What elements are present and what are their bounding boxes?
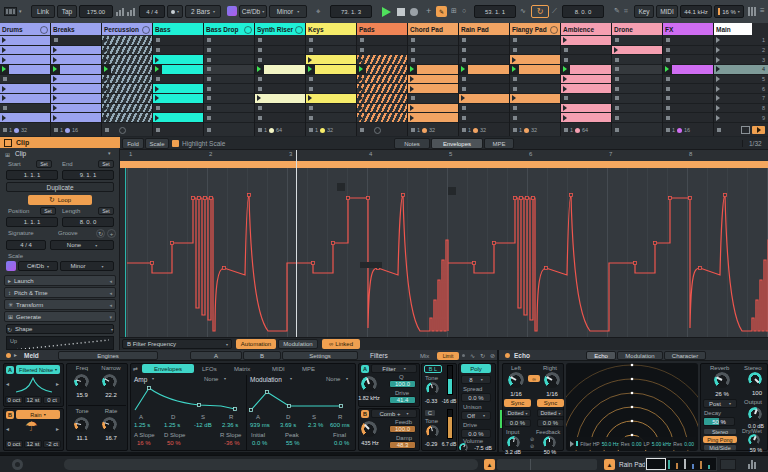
clip-stop-slot[interactable]	[510, 113, 560, 123]
ab-swap-icon[interactable]: ⇄	[133, 365, 138, 372]
clip-slot[interactable]	[0, 55, 50, 65]
follow-icon[interactable]: ⌖	[316, 7, 321, 17]
sync-right-toggle[interactable]: Sync	[537, 399, 564, 407]
clip-play-triangle-icon[interactable]	[155, 115, 159, 121]
meld-activator[interactable]	[6, 353, 11, 358]
clip-stop-row[interactable]: 132	[459, 124, 509, 136]
scene-play-triangle-icon[interactable]	[716, 47, 720, 53]
count-in-icon[interactable]	[127, 8, 135, 16]
scene-play-triangle-icon[interactable]	[716, 95, 720, 101]
filter-b-feedback[interactable]: 100.0	[389, 425, 416, 433]
subtab-midi[interactable]: MIDI	[272, 366, 285, 372]
clip-stop-slot[interactable]	[204, 104, 254, 114]
playing-clip-triangle-icon[interactable]	[359, 66, 363, 72]
scene-play-triangle-icon[interactable]	[716, 57, 720, 63]
clip-stop-slot[interactable]	[459, 113, 509, 123]
clip-play-triangle-icon[interactable]	[614, 47, 618, 53]
clip-stop-slot[interactable]	[663, 113, 713, 123]
delay-left-knob[interactable]	[508, 372, 524, 388]
clip-stop-row[interactable]: 132	[306, 124, 356, 136]
clip-play-triangle-icon[interactable]	[461, 95, 465, 101]
clip-play-triangle-icon[interactable]	[104, 86, 108, 92]
clip-slot[interactable]	[102, 104, 152, 114]
mode-ping-pong-button[interactable]: Ping Pong	[703, 436, 737, 443]
length-field[interactable]: 8. 0. 0	[62, 217, 114, 227]
clip-slot[interactable]	[408, 75, 458, 85]
clip-stop-slot[interactable]	[255, 75, 305, 85]
echo-activator[interactable]	[505, 353, 510, 358]
back-to-arrangement-button[interactable]	[752, 126, 765, 134]
clip-play-triangle-icon[interactable]	[410, 105, 414, 111]
groove-commit-icon[interactable]: ↻	[96, 229, 105, 238]
clip-play-triangle-icon[interactable]	[308, 57, 312, 63]
clip-stop-slot[interactable]	[612, 36, 662, 46]
clip-slot[interactable]	[153, 84, 203, 94]
subtab-matrix[interactable]: Matrix	[234, 366, 250, 372]
clip-stop-slot[interactable]	[153, 75, 203, 85]
meld-fold-icon[interactable]: ▸	[14, 351, 17, 358]
punch-in-icon[interactable]: ∿	[520, 7, 526, 15]
clip-slot[interactable]	[51, 55, 101, 65]
level-b-slider[interactable]	[447, 409, 453, 439]
filter-a-type[interactable]: Filter▾	[371, 364, 417, 373]
scene-launch-slot[interactable]: 4	[714, 65, 768, 75]
clip-slot[interactable]	[51, 46, 101, 56]
reverb-decay-slider[interactable]: 50 %	[703, 417, 735, 426]
play-button[interactable]	[382, 7, 391, 17]
track-header[interactable]: FX	[663, 23, 713, 35]
clip-play-triangle-icon[interactable]	[2, 47, 6, 53]
drive-value[interactable]: 0.0 %	[461, 429, 491, 438]
mode-left-select[interactable]: Dotted▾	[504, 409, 531, 417]
clip-stop-slot[interactable]	[612, 104, 662, 114]
clip-slot[interactable]	[102, 84, 152, 94]
warning-icon[interactable]: ▲	[604, 459, 615, 470]
clip-stop-slot[interactable]	[255, 104, 305, 114]
record-button[interactable]	[410, 8, 418, 16]
linked-toggle[interactable]: ∞Linked	[322, 339, 360, 349]
clip-play-triangle-icon[interactable]	[359, 105, 363, 111]
clip-stop-slot[interactable]	[408, 46, 458, 56]
clip-scale-root[interactable]: C#/Db▾	[18, 261, 58, 271]
follow-playhead-icon[interactable]: ○	[462, 7, 466, 14]
clip-stop-slot[interactable]	[306, 104, 356, 114]
clip-stop-slot[interactable]	[510, 84, 560, 94]
offset-right-value[interactable]: 0.0 %	[537, 419, 564, 427]
clip-play-triangle-icon[interactable]	[155, 95, 159, 101]
feedback-knob[interactable]	[543, 436, 556, 449]
clip-stop-slot[interactable]	[612, 75, 662, 85]
track-header[interactable]: Breaks	[51, 23, 101, 35]
engine-a-cent[interactable]: 0 ct	[43, 396, 61, 404]
clip-slot[interactable]	[459, 94, 509, 104]
notification-icon[interactable]	[12, 459, 23, 470]
punch-out-icon[interactable]: ⟋	[552, 7, 557, 15]
clip-slot[interactable]	[459, 65, 509, 75]
echo-tab-echo[interactable]: Echo	[586, 351, 616, 360]
meld-engines-tab[interactable]: Engines	[58, 351, 158, 360]
clip-play-triangle-icon[interactable]	[53, 57, 57, 63]
playing-clip-triangle-icon[interactable]	[410, 66, 414, 72]
subtab-lfos[interactable]: LFOs	[202, 366, 217, 372]
meld-tab-a[interactable]: A	[190, 351, 242, 360]
clip-stop-row[interactable]: 132	[510, 124, 560, 136]
clip-stop-slot[interactable]	[204, 65, 254, 75]
automation-toggle[interactable]: Automation	[236, 339, 276, 349]
clip-play-triangle-icon[interactable]	[359, 57, 363, 63]
clip-stop-row[interactable]: 164	[255, 124, 305, 136]
mod-peak[interactable]: 55 %	[286, 440, 300, 446]
clip-stop-slot[interactable]	[663, 94, 713, 104]
position-field[interactable]: 1. 1. 1	[6, 217, 58, 227]
position-set-button[interactable]: Set	[40, 207, 56, 215]
next-engine-icon[interactable]: ▸	[56, 425, 59, 432]
clip-slot[interactable]	[153, 94, 203, 104]
filter-a-q[interactable]: 100.0	[389, 380, 416, 388]
scene-play-triangle-icon[interactable]	[716, 115, 720, 121]
duplicate-button[interactable]: Duplicate	[6, 182, 114, 192]
clip-slot[interactable]	[0, 65, 50, 75]
clip-stop-row[interactable]: 116	[51, 124, 101, 136]
echo-tab-character[interactable]: Character	[664, 351, 706, 360]
quantize-menu[interactable]: ▾	[167, 5, 183, 18]
amp-r-slope[interactable]: -36 %	[224, 440, 240, 446]
clip-play-triangle-icon[interactable]	[410, 115, 414, 121]
clip-stop-slot[interactable]	[459, 55, 509, 65]
clip-slot[interactable]	[663, 65, 713, 75]
